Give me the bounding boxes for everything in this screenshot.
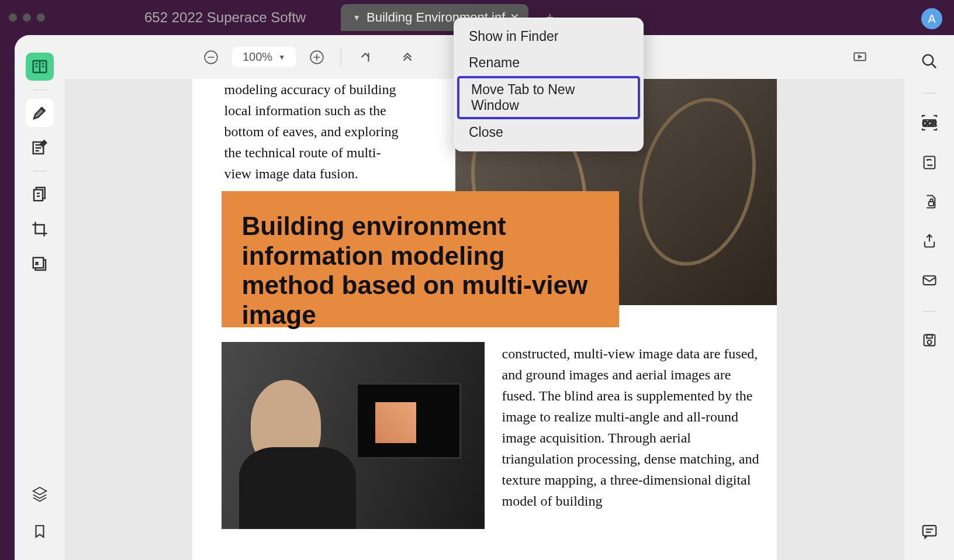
zoom-out-button[interactable] xyxy=(199,45,223,70)
prev-page-button[interactable] xyxy=(395,45,420,70)
body-text-lower: constructed, multi-view image data are f… xyxy=(502,343,762,511)
svg-rect-12 xyxy=(924,157,935,169)
menu-move-to-new-window[interactable]: Move Tab to New Window xyxy=(457,76,640,119)
toolbar-separator xyxy=(341,49,341,66)
rail-separator xyxy=(33,89,47,90)
protect-button[interactable] xyxy=(921,193,938,212)
layers-button[interactable] xyxy=(31,485,49,505)
annotate-tool-button[interactable] xyxy=(26,134,54,162)
ocr-button[interactable]: OCR xyxy=(920,114,939,134)
save-button[interactable] xyxy=(921,332,938,351)
heading-callout: Building environment information modelin… xyxy=(222,191,619,327)
zoom-in-button[interactable] xyxy=(305,45,329,70)
figure-workstation xyxy=(222,342,485,529)
zoom-level-value: 100% xyxy=(243,50,272,64)
right-tool-rail: OCR xyxy=(904,35,954,560)
share-button[interactable] xyxy=(921,233,938,251)
presentation-mode-button[interactable] xyxy=(848,45,872,70)
reader-mode-button[interactable] xyxy=(26,53,54,81)
menu-rename[interactable]: Rename xyxy=(454,50,644,76)
window-controls xyxy=(9,13,45,22)
rail-separator xyxy=(922,93,936,94)
crop-tool-button[interactable] xyxy=(26,215,54,243)
page-manager-button[interactable] xyxy=(26,180,54,208)
svg-rect-13 xyxy=(928,202,933,206)
rail-separator xyxy=(922,311,936,312)
article-heading: Building environment information modelin… xyxy=(242,212,599,330)
svg-point-9 xyxy=(922,55,933,65)
rail-separator xyxy=(33,171,47,171)
batch-tool-button[interactable] xyxy=(26,250,54,278)
background-tab-title[interactable]: 652 2022 Superace Softw xyxy=(144,9,306,26)
minimize-window-button[interactable] xyxy=(23,13,31,22)
first-page-button[interactable] xyxy=(353,45,378,70)
svg-rect-14 xyxy=(923,276,935,285)
user-avatar[interactable]: A xyxy=(921,8,942,29)
comments-button[interactable] xyxy=(921,523,938,542)
chevron-down-icon: ▼ xyxy=(278,53,285,61)
left-tool-rail xyxy=(15,35,64,560)
svg-rect-3 xyxy=(34,190,43,201)
menu-show-in-finder[interactable]: Show in Finder xyxy=(454,23,644,50)
tab-context-menu: Show in Finder Rename Move Tab to New Wi… xyxy=(454,18,644,151)
zoom-level-dropdown[interactable]: 100% ▼ xyxy=(232,47,296,67)
body-text-upper: modeling accuracy of building local info… xyxy=(224,79,406,184)
svg-point-17 xyxy=(927,340,931,344)
email-button[interactable] xyxy=(921,272,938,291)
convert-button[interactable] xyxy=(921,154,938,173)
bookmark-button[interactable] xyxy=(32,523,47,542)
search-button[interactable] xyxy=(921,53,938,72)
highlight-tool-button[interactable] xyxy=(26,99,54,127)
menu-close[interactable]: Close xyxy=(454,119,644,146)
svg-rect-16 xyxy=(927,335,932,338)
maximize-window-button[interactable] xyxy=(37,13,45,22)
svg-rect-18 xyxy=(922,526,936,536)
tab-dropdown-icon[interactable]: ▼ xyxy=(352,13,361,22)
close-window-button[interactable] xyxy=(9,13,17,22)
